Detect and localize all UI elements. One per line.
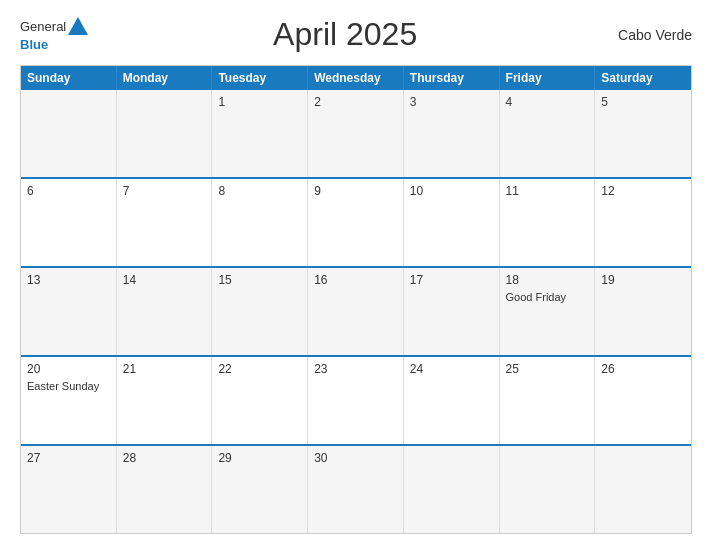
day-number: 5 bbox=[601, 95, 685, 109]
col-header-sunday: Sunday bbox=[21, 66, 117, 90]
cal-cell: 30 bbox=[308, 446, 404, 533]
day-event: Easter Sunday bbox=[27, 380, 110, 392]
day-number: 9 bbox=[314, 184, 397, 198]
cal-cell: 3 bbox=[404, 90, 500, 177]
logo-triangle-icon bbox=[68, 17, 88, 35]
col-header-wednesday: Wednesday bbox=[308, 66, 404, 90]
day-number: 16 bbox=[314, 273, 397, 287]
col-header-friday: Friday bbox=[500, 66, 596, 90]
cal-cell: 11 bbox=[500, 179, 596, 266]
cal-cell: 21 bbox=[117, 357, 213, 444]
cal-cell bbox=[404, 446, 500, 533]
day-number: 10 bbox=[410, 184, 493, 198]
day-number: 2 bbox=[314, 95, 397, 109]
region-label: Cabo Verde bbox=[602, 27, 692, 43]
day-number: 13 bbox=[27, 273, 110, 287]
cal-cell: 14 bbox=[117, 268, 213, 355]
calendar-title: April 2025 bbox=[88, 16, 602, 53]
day-event: Good Friday bbox=[506, 291, 589, 303]
day-number: 18 bbox=[506, 273, 589, 287]
cal-cell: 8 bbox=[212, 179, 308, 266]
cal-cell: 16 bbox=[308, 268, 404, 355]
col-header-saturday: Saturday bbox=[595, 66, 691, 90]
cal-cell: 5 bbox=[595, 90, 691, 177]
day-number: 3 bbox=[410, 95, 493, 109]
day-number: 17 bbox=[410, 273, 493, 287]
col-header-tuesday: Tuesday bbox=[212, 66, 308, 90]
cal-cell: 18Good Friday bbox=[500, 268, 596, 355]
cal-cell bbox=[117, 90, 213, 177]
day-number: 24 bbox=[410, 362, 493, 376]
cal-cell bbox=[500, 446, 596, 533]
cal-cell: 7 bbox=[117, 179, 213, 266]
cal-cell: 9 bbox=[308, 179, 404, 266]
cal-cell: 27 bbox=[21, 446, 117, 533]
day-number: 6 bbox=[27, 184, 110, 198]
cal-cell: 26 bbox=[595, 357, 691, 444]
col-header-monday: Monday bbox=[117, 66, 213, 90]
cal-cell: 15 bbox=[212, 268, 308, 355]
day-number: 12 bbox=[601, 184, 685, 198]
col-header-thursday: Thursday bbox=[404, 66, 500, 90]
cal-cell: 2 bbox=[308, 90, 404, 177]
day-number: 22 bbox=[218, 362, 301, 376]
day-number: 4 bbox=[506, 95, 589, 109]
day-number: 15 bbox=[218, 273, 301, 287]
cal-cell: 6 bbox=[21, 179, 117, 266]
logo-text-general: General bbox=[20, 19, 66, 35]
calendar-body: 123456789101112131415161718Good Friday19… bbox=[21, 90, 691, 533]
day-number: 20 bbox=[27, 362, 110, 376]
page-header: General Blue April 2025 Cabo Verde bbox=[20, 16, 692, 53]
cal-cell: 17 bbox=[404, 268, 500, 355]
day-number: 29 bbox=[218, 451, 301, 465]
day-number: 19 bbox=[601, 273, 685, 287]
cal-cell: 23 bbox=[308, 357, 404, 444]
day-number: 27 bbox=[27, 451, 110, 465]
week-row-0: 12345 bbox=[21, 90, 691, 177]
week-row-1: 6789101112 bbox=[21, 177, 691, 266]
cal-cell: 20Easter Sunday bbox=[21, 357, 117, 444]
week-row-4: 27282930 bbox=[21, 444, 691, 533]
cal-cell: 4 bbox=[500, 90, 596, 177]
day-number: 14 bbox=[123, 273, 206, 287]
cal-cell bbox=[21, 90, 117, 177]
calendar-header: SundayMondayTuesdayWednesdayThursdayFrid… bbox=[21, 66, 691, 90]
cal-cell: 12 bbox=[595, 179, 691, 266]
day-number: 26 bbox=[601, 362, 685, 376]
cal-cell: 28 bbox=[117, 446, 213, 533]
day-number: 8 bbox=[218, 184, 301, 198]
cal-cell: 1 bbox=[212, 90, 308, 177]
cal-cell bbox=[595, 446, 691, 533]
cal-cell: 29 bbox=[212, 446, 308, 533]
day-number: 25 bbox=[506, 362, 589, 376]
logo: General Blue bbox=[20, 17, 88, 53]
day-number: 11 bbox=[506, 184, 589, 198]
day-number: 30 bbox=[314, 451, 397, 465]
cal-cell: 19 bbox=[595, 268, 691, 355]
logo-text-blue: Blue bbox=[20, 37, 48, 53]
day-number: 1 bbox=[218, 95, 301, 109]
week-row-3: 20Easter Sunday212223242526 bbox=[21, 355, 691, 444]
day-number: 21 bbox=[123, 362, 206, 376]
cal-cell: 24 bbox=[404, 357, 500, 444]
calendar: SundayMondayTuesdayWednesdayThursdayFrid… bbox=[20, 65, 692, 534]
week-row-2: 131415161718Good Friday19 bbox=[21, 266, 691, 355]
day-number: 23 bbox=[314, 362, 397, 376]
cal-cell: 13 bbox=[21, 268, 117, 355]
cal-cell: 22 bbox=[212, 357, 308, 444]
day-number: 28 bbox=[123, 451, 206, 465]
day-number: 7 bbox=[123, 184, 206, 198]
cal-cell: 10 bbox=[404, 179, 500, 266]
cal-cell: 25 bbox=[500, 357, 596, 444]
